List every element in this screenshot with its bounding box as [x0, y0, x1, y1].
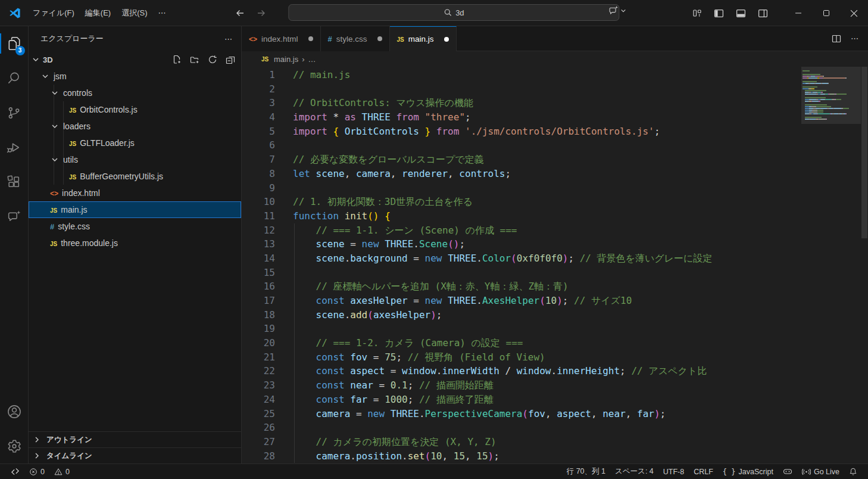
- menu-item-2[interactable]: 選択(S): [116, 5, 152, 21]
- tree-item-style-css[interactable]: #style.css: [29, 218, 241, 235]
- scrollbar-thumb[interactable]: [861, 67, 867, 238]
- sidebar-panel-1[interactable]: タイムライン: [29, 447, 241, 464]
- tab-main-js[interactable]: JSmain.js: [390, 26, 457, 51]
- menu-item-1[interactable]: 編集(E): [80, 5, 116, 21]
- tree-item-jsm[interactable]: jsm: [29, 68, 241, 85]
- files-activity-icon[interactable]: 3: [0, 26, 29, 61]
- token: // アスペクト比: [631, 365, 707, 377]
- collapse-all-icon[interactable]: [226, 55, 235, 64]
- tree-item-BufferGeometryUtils-js[interactable]: JSBufferGeometryUtils.js: [29, 168, 241, 185]
- customize-layout-icon[interactable]: [692, 8, 702, 18]
- token: ;: [654, 126, 660, 137]
- js-file-icon: JS: [50, 205, 57, 214]
- token: aspect: [557, 408, 591, 419]
- maximize-button[interactable]: [812, 0, 840, 26]
- source-control-activity-icon[interactable]: [0, 95, 29, 130]
- new-folder-icon[interactable]: [190, 55, 199, 64]
- status-CRLF[interactable]: CRLF: [689, 464, 718, 479]
- tree-item-GLTFLoader-js[interactable]: JSGLTFLoader.js: [29, 135, 241, 151]
- status-remote[interactable]: [6, 464, 24, 479]
- toggle-secondary-sidebar-icon[interactable]: [758, 8, 768, 18]
- tab-index-html[interactable]: <>index.html: [242, 26, 321, 51]
- token: // 視野角 (Field of View): [408, 352, 545, 363]
- toggle-panel-icon[interactable]: [736, 8, 746, 18]
- tree-item-label: utils: [63, 155, 78, 164]
- chat-activity-icon[interactable]: [0, 199, 29, 234]
- vertical-scrollbar[interactable]: [861, 67, 868, 464]
- line-content: [293, 138, 801, 153]
- minimap-token: [812, 101, 819, 102]
- token: ,: [345, 168, 356, 179]
- minimize-button[interactable]: [784, 0, 812, 26]
- status-行 70、列 1[interactable]: 行 70、列 1: [562, 464, 610, 479]
- line-number: 8: [242, 167, 293, 181]
- split-editor-icon[interactable]: [832, 34, 841, 43]
- minimap-token: [813, 88, 814, 89]
- search-activity-icon[interactable]: [0, 61, 29, 95]
- token: axesHelper: [350, 295, 407, 306]
- extensions-activity-icon[interactable]: [0, 164, 29, 199]
- status-broadcast[interactable]: Go Live: [797, 464, 844, 479]
- code-line-19: 19: [242, 322, 801, 336]
- code-line-3: 3// OrbitControls: マウス操作の機能: [242, 96, 801, 110]
- tree-item-three-module-js[interactable]: JSthree.module.js: [29, 235, 241, 251]
- modified-dot[interactable]: [377, 36, 382, 41]
- workspace-section-header[interactable]: 3D: [29, 51, 241, 68]
- command-center-search[interactable]: 3d: [288, 4, 619, 21]
- status-copilot[interactable]: [778, 464, 797, 479]
- line-number: 9: [242, 181, 293, 195]
- menu-item-3[interactable]: ⋯: [153, 5, 171, 21]
- new-file-icon[interactable]: [172, 55, 182, 64]
- tab-style-css[interactable]: #style.css: [321, 26, 390, 51]
- modified-dot[interactable]: [308, 36, 313, 41]
- minimap-token: [823, 77, 845, 79]
- status-warning[interactable]: 0: [49, 464, 74, 479]
- token: ,: [626, 408, 637, 419]
- minimap-token: [845, 77, 846, 79]
- tree-item-loaders[interactable]: loaders: [29, 118, 241, 135]
- token: // カメラの初期位置を決定 (X, Y, Z): [293, 436, 497, 447]
- modified-dot[interactable]: [444, 37, 449, 42]
- token: =: [373, 380, 391, 391]
- token: ): [488, 450, 494, 462]
- sidebar-more-actions[interactable]: ⋯: [224, 35, 233, 43]
- token: =: [367, 394, 385, 405]
- line-content: [293, 421, 801, 435]
- line-number: 5: [242, 125, 293, 139]
- forward-arrow-button[interactable]: [252, 4, 270, 22]
- status-UTF-8[interactable]: UTF-8: [658, 464, 689, 479]
- refresh-icon[interactable]: [208, 55, 217, 64]
- tree-item-utils[interactable]: utils: [29, 151, 241, 168]
- copilot-chat-button[interactable]: [608, 5, 626, 16]
- sidebar-panel-0[interactable]: アウトライン: [29, 431, 241, 447]
- token: ,: [391, 168, 402, 179]
- tree-item-controls[interactable]: controls: [29, 85, 241, 101]
- debug-activity-icon[interactable]: [0, 130, 29, 164]
- tree-item-index-html[interactable]: <>index.html: [29, 185, 241, 201]
- status-bell[interactable]: [844, 464, 862, 479]
- status-braces[interactable]: { }JavaScript: [718, 464, 778, 479]
- token: background: [350, 253, 407, 264]
- code-line-22: 22 const aspect = window.innerWidth / wi…: [242, 364, 801, 378]
- status-error[interactable]: 0: [24, 464, 49, 479]
- close-button[interactable]: [840, 0, 868, 26]
- back-arrow-button[interactable]: [231, 4, 249, 22]
- tree-item-OrbitControls-js[interactable]: JSOrbitControls.js: [29, 101, 241, 118]
- minimap-token: [826, 119, 827, 120]
- more-actions-icon[interactable]: ⋯: [851, 34, 858, 43]
- minimap[interactable]: [803, 70, 860, 120]
- menu-item-0[interactable]: ファイル(F): [27, 5, 80, 21]
- status-スペース: 4[interactable]: スペース: 4: [610, 464, 658, 479]
- token: 10: [430, 450, 442, 462]
- indent-guide: [294, 378, 295, 393]
- minimap-token: [819, 77, 823, 79]
- toggle-primary-sidebar-icon[interactable]: [714, 8, 724, 18]
- breadcrumb[interactable]: JS main.js › …: [242, 51, 868, 67]
- token: // 座標軸ヘルパーを追加 (X軸：赤、Y軸：緑、Z軸：青): [293, 281, 569, 292]
- settings-icon[interactable]: [0, 429, 29, 464]
- account-icon[interactable]: [0, 394, 29, 429]
- code-editor[interactable]: 1// main.js23// OrbitControls: マウス操作の機能4…: [242, 67, 868, 464]
- tree-item-main-js[interactable]: JSmain.js: [29, 201, 241, 218]
- minimap-token: [823, 76, 823, 77]
- line-content: [293, 82, 801, 97]
